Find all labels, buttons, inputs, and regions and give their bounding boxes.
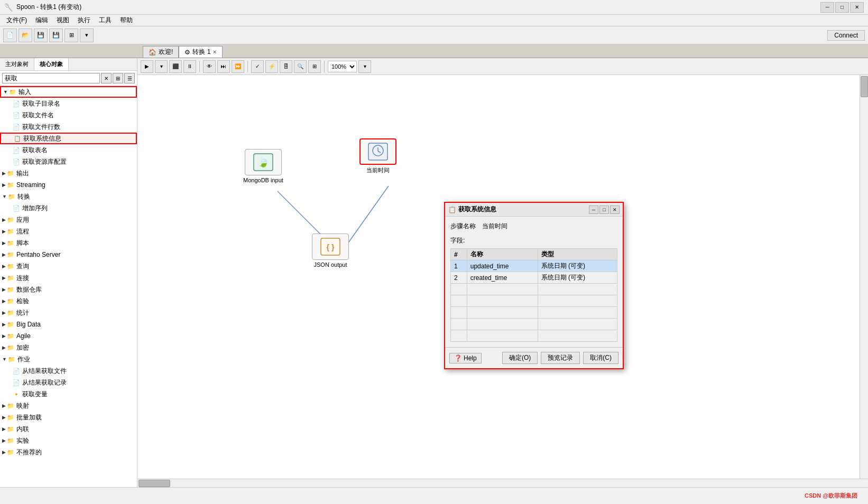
node-json[interactable]: { } JSON output (312, 234, 349, 268)
search-options-button[interactable]: ⊞ (113, 73, 123, 83)
save-button[interactable]: 💾 (34, 29, 48, 42)
new-button[interactable]: 📄 (3, 29, 17, 42)
run-options-button[interactable]: ▾ (155, 60, 168, 73)
cancel-button[interactable]: 取消(C) (583, 352, 618, 364)
run-button[interactable]: ▶ (141, 60, 153, 73)
tree-item-get-filename[interactable]: 📄 获取文件名 (0, 109, 137, 121)
tree-folder-bulkload[interactable]: ▶ 📁 批量加载 (0, 412, 137, 423)
tab-transform[interactable]: ⚙ 转换 1 ✕ (179, 46, 223, 58)
tree-item-get-tablename[interactable]: 📄 获取表名 (0, 144, 137, 156)
close-button[interactable]: ✕ (850, 2, 864, 13)
tree-folder-pentaho[interactable]: ▶ 📁 Pentaho Server (0, 249, 137, 260)
tree-folder-stats[interactable]: ▶ 📁 统计 (0, 307, 137, 319)
menu-file[interactable]: 文件(F) (2, 15, 31, 26)
canvas-scroll[interactable]: 🍃 MongoDB input 当前时间 (137, 75, 868, 487)
step2-button[interactable]: ⏩ (232, 60, 244, 73)
search-toggle-button[interactable]: ☰ (124, 73, 135, 83)
tree-item-get-sysinfo[interactable]: 📋 获取系统信息 (0, 133, 137, 144)
tree-folder-output[interactable]: ▶ 📁 输出 (0, 167, 137, 179)
save-as-button[interactable]: 💾 (49, 29, 63, 42)
menu-view[interactable]: 视图 (52, 15, 73, 26)
folder-label-bigdata: Big Data (16, 321, 41, 328)
dialog-close-button[interactable]: ✕ (610, 206, 620, 214)
tab-transform-label: 转换 1 (192, 48, 210, 57)
tree-item-get-result-rec[interactable]: 📄 从结果获取记录 (0, 377, 137, 388)
explore-button[interactable]: 🔍 (294, 60, 307, 73)
tab-welcome[interactable]: 🏠 欢迎! (143, 46, 179, 58)
node-sysinfo[interactable]: 当前时间 (359, 138, 396, 174)
tree-item-get-subdirs[interactable]: 📄 获取子目录名 (0, 98, 137, 109)
table-row[interactable]: 2 created_time 系统日期 (可变) (451, 272, 617, 284)
minimize-button[interactable]: ─ (820, 2, 834, 13)
sidebar-tree: ▼ 📁 输入 📄 获取子目录名 📄 获取文件名 📄 获取文件行数 📋 获取系统信… (0, 86, 137, 487)
help-button[interactable]: ❓ Help (449, 353, 482, 363)
tree-folder-flow[interactable]: ▶ 📁 流程 (0, 226, 137, 237)
tree-folder-apply[interactable]: ▶ 📁 应用 (0, 214, 137, 226)
tree-folder-experiment[interactable]: ▶ 📁 实验 (0, 435, 137, 446)
tree-item-get-filerows[interactable]: 📄 获取文件行数 (0, 121, 137, 133)
connect-button[interactable]: Connect (827, 30, 865, 41)
tree-folder-deprecated[interactable]: ▶ 📁 不推荐的 (0, 446, 137, 458)
map-button[interactable]: ⊞ (308, 60, 321, 73)
node-mongodb[interactable]: 🍃 MongoDB input (243, 149, 283, 183)
tree-item-get-var[interactable]: 🔸 获取变量 (0, 388, 137, 400)
dialog-maximize-button[interactable]: □ (599, 206, 609, 214)
sysinfo-dialog[interactable]: 📋 获取系统信息 ─ □ ✕ 步骤名称 当前时间 (444, 202, 624, 369)
caret-job: ▼ (2, 357, 7, 362)
search-clear-button[interactable]: ✕ (101, 73, 112, 83)
tree-item-add-seq[interactable]: 📄 增加序列 (0, 202, 137, 214)
tree-folder-bigdata[interactable]: ▶ 📁 Big Data (0, 319, 137, 330)
tree-folder-query[interactable]: ▶ 📁 查询 (0, 260, 137, 272)
maximize-button[interactable]: □ (835, 2, 849, 13)
impact-button[interactable]: ⚡ (265, 60, 278, 73)
open-button[interactable]: 📂 (19, 29, 32, 42)
tree-folder-job[interactable]: ▼ 📁 作业 (0, 353, 137, 365)
layers-button[interactable]: ⊞ (64, 29, 78, 42)
step-button[interactable]: ⏭ (217, 60, 230, 73)
preview-button[interactable]: 预览记录 (541, 352, 580, 364)
ok-button[interactable]: 确定(O) (502, 352, 538, 364)
folder-icon-agile: 📁 (7, 333, 14, 340)
tree-folder-inline[interactable]: ▶ 📁 内联 (0, 423, 137, 435)
menu-tools[interactable]: 工具 (95, 15, 116, 26)
toolbar-extra[interactable]: ▾ (80, 29, 94, 42)
search-input[interactable] (2, 73, 100, 83)
tree-folder-connect[interactable]: ▶ 📁 连接 (0, 272, 137, 284)
menu-help[interactable]: 帮助 (116, 15, 137, 26)
tree-item-get-result-file[interactable]: 📄 从结果获取文件 (0, 365, 137, 377)
caret-flow: ▶ (2, 229, 6, 234)
menu-run[interactable]: 执行 (73, 15, 95, 26)
dialog-minimize-button[interactable]: ─ (589, 206, 598, 214)
check-button[interactable]: ✓ (251, 60, 264, 73)
horizontal-scrollbar[interactable] (137, 479, 868, 487)
folder-label-deprecated: 不推荐的 (16, 448, 42, 457)
tree-folder-script[interactable]: ▶ 📁 脚本 (0, 237, 137, 249)
vertical-scrollbar[interactable] (860, 75, 868, 487)
menu-edit[interactable]: 编辑 (31, 15, 52, 26)
zoom-select[interactable]: 100% 50% 75% 125% 150% (328, 61, 357, 72)
tree-folder-mapping[interactable]: ▶ 📁 映射 (0, 400, 137, 412)
tree-folder-encrypt[interactable]: ▶ 📁 加密 (0, 342, 137, 353)
tree-folder-transform[interactable]: ▼ 📁 转换 (0, 191, 137, 202)
tree-folder-agile[interactable]: ▶ 📁 Agile (0, 330, 137, 342)
node-json-box: { } (312, 234, 349, 260)
tab-close-icon[interactable]: ✕ (213, 49, 217, 55)
preview-button[interactable]: 👁 (203, 60, 216, 73)
folder-icon-bigdata: 📁 (7, 321, 14, 328)
tree-folder-validate[interactable]: ▶ 📁 检验 (0, 295, 137, 307)
tree-folder-streaming[interactable]: ▶ 📁 Streaming (0, 179, 137, 191)
caret-bigdata: ▶ (2, 322, 6, 327)
sql-button[interactable]: 🗄 (280, 60, 292, 73)
stop-button[interactable]: ⬛ (169, 60, 182, 73)
tree-item-get-repo[interactable]: 📄 获取资源库配置 (0, 156, 137, 167)
tree-folder-input[interactable]: ▼ 📁 输入 (0, 86, 137, 98)
file-icon-var: 🔸 (13, 391, 20, 398)
zoom-dropdown[interactable]: ▾ (358, 60, 371, 73)
table-row[interactable]: 1 updated_time 系统日期 (可变) (451, 260, 617, 272)
pause-button[interactable]: ⏸ (183, 60, 196, 73)
svg-text:🍃: 🍃 (257, 156, 270, 168)
tree-folder-dw[interactable]: ▶ 📁 数据仓库 (0, 284, 137, 295)
sidebar-tab-core[interactable]: 核心对象 (34, 58, 69, 70)
caret-mapping: ▶ (2, 403, 6, 408)
sidebar-tab-main[interactable]: 主对象树 (0, 58, 34, 70)
